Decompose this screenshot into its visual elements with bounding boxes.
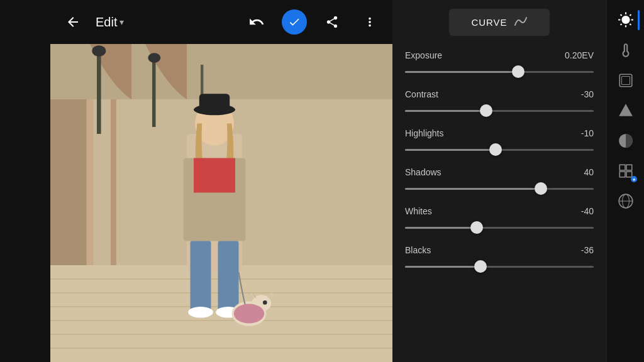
sliders-area: Exposure 0.20EV Contrast -30 Highlights … [392,44,606,362]
slider-track-container-3[interactable] [405,182,594,195]
svg-rect-32 [621,77,630,85]
slider-label-row-2: Highlights -10 [405,128,594,138]
slider-value-2: -10 [581,128,594,138]
tool-detail[interactable]: ★ [612,157,640,185]
slider-label-5: Blacks [405,245,431,255]
active-indicator [638,10,640,30]
slider-label-4: Whites [405,206,432,216]
slider-label-0: Exposure [405,50,442,60]
more-button[interactable] [357,9,382,35]
svg-rect-36 [619,172,625,177]
left-panel [0,0,50,362]
icon-panel: ★ [606,0,644,362]
slider-value-1: -30 [581,89,594,99]
tool-hsl[interactable] [612,127,640,155]
tool-vignette[interactable] [612,67,640,94]
curve-icon [514,15,528,30]
photo-scene [50,44,392,362]
svg-rect-34 [619,165,625,170]
slider-track-4 [405,227,594,229]
slider-track-container-5[interactable] [405,260,594,273]
slider-label-3: Shadows [405,167,441,177]
edit-text: Edit [96,15,117,30]
top-bar: Edit ▾ [50,0,392,44]
svg-rect-23 [191,241,211,310]
slider-fill-3 [405,188,541,190]
slider-label-row-5: Blacks -36 [405,245,594,255]
slider-label-2: Highlights [405,128,443,138]
curve-button[interactable]: CURVE [449,9,550,36]
svg-rect-22 [194,158,235,193]
svg-point-29 [263,300,267,305]
slider-thumb-0[interactable] [512,65,525,78]
svg-point-30 [234,304,264,324]
svg-rect-20 [199,94,230,111]
tool-curves[interactable] [612,97,640,124]
photo-container [50,44,392,362]
slider-track-container-4[interactable] [405,221,594,234]
right-panel: CURVE Exposure 0.20EV Contrast -30 [392,0,606,362]
top-bar-right [244,9,382,35]
svg-point-25 [188,307,213,318]
slider-fill-5 [405,266,480,268]
slider-track-5 [405,266,594,268]
slider-thumb-1[interactable] [480,104,492,117]
tool-temperature[interactable] [612,36,640,64]
badge-star: ★ [631,176,637,182]
slider-row-contrast: Contrast -30 [405,89,594,117]
slider-label-row-4: Whites -40 [405,206,594,216]
slider-fill-2 [405,149,496,151]
slider-label-row-0: Exposure 0.20EV [405,50,594,60]
slider-track-3 [405,188,594,190]
svg-rect-24 [218,241,239,310]
top-bar-left: Edit ▾ [60,9,234,35]
svg-rect-37 [626,172,632,177]
slider-row-blacks: Blacks -36 [405,245,594,273]
svg-point-9 [148,53,160,62]
slider-thumb-4[interactable] [470,221,483,234]
undo-button[interactable] [244,9,269,35]
slider-track-0 [405,71,594,73]
svg-rect-35 [626,165,632,170]
slider-row-exposure: Exposure 0.20EV [405,50,594,78]
back-button[interactable] [60,9,86,35]
svg-point-8 [92,45,106,57]
svg-rect-5 [97,51,101,134]
slider-track-2 [405,149,594,151]
curve-header: CURVE [392,0,606,44]
slider-track-container-2[interactable] [405,143,594,156]
tool-brightness[interactable] [612,6,640,34]
slider-fill-0 [405,71,518,73]
slider-thumb-5[interactable] [474,260,487,273]
svg-rect-6 [152,58,156,127]
slider-track-1 [405,110,594,112]
edit-dropdown-arrow: ▾ [119,17,124,27]
confirm-button[interactable] [282,9,307,35]
slider-thumb-3[interactable] [535,182,547,195]
slider-row-whites: Whites -40 [405,206,594,234]
slider-value-3: 40 [584,167,594,177]
slider-value-0: 0.20EV [565,50,594,60]
slider-row-shadows: Shadows 40 [405,167,594,195]
slider-fill-1 [405,110,486,112]
slider-track-container-0[interactable] [405,65,594,78]
curve-label: CURVE [471,17,507,28]
slider-row-highlights: Highlights -10 [405,128,594,156]
share-button[interactable] [319,9,345,35]
slider-label-1: Contrast [405,89,438,99]
tool-lens[interactable] [612,187,640,215]
slider-label-row-1: Contrast -30 [405,89,594,99]
slider-value-5: -36 [581,245,594,255]
slider-label-row-3: Shadows 40 [405,167,594,177]
slider-thumb-2[interactable] [489,143,502,156]
image-area: Edit ▾ [50,0,392,362]
slider-fill-4 [405,227,477,229]
edit-label[interactable]: Edit ▾ [96,15,124,30]
slider-value-4: -40 [581,206,594,216]
slider-track-container-1[interactable] [405,104,594,117]
